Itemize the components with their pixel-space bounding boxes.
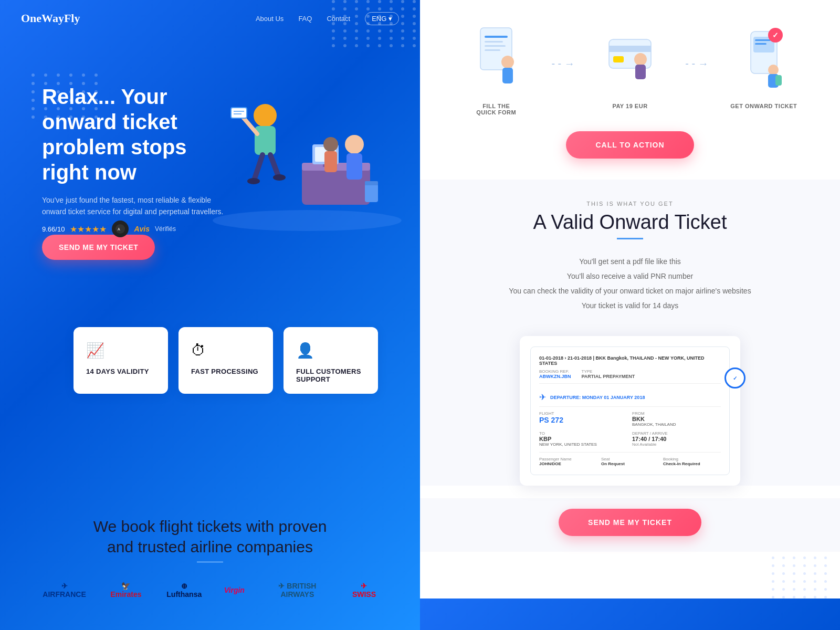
svg-rect-13 <box>255 126 276 155</box>
dot-pattern-bottom-right <box>772 556 830 598</box>
ticket-to-block: TO KBP NEW YORK, UNITED STATES <box>539 431 628 447</box>
svg-rect-10 <box>365 184 378 202</box>
feature-processing-title: FAST PROCESSING <box>191 368 260 375</box>
ticket-booking-ref: BOOKING REF. ABWKZN.JBN <box>539 369 571 379</box>
lang-selector[interactable]: ENG ▾ <box>365 12 399 25</box>
emirates-logo: 🦅 Emirates <box>108 582 144 598</box>
ticket-inner: 01-01-2018 › 21-01-2018 | BKK Bangkok, T… <box>530 346 730 475</box>
step-ticket-illustration: ✓ <box>738 24 790 92</box>
lufthansa-logo: ⊕ Lufthansa <box>165 582 203 598</box>
avis-badge: A <box>112 220 129 237</box>
wyg-divider <box>617 238 643 239</box>
plane-icon: ✈ <box>539 392 546 402</box>
ticket-passenger: Passenger Name JOHN/DOE <box>539 457 597 466</box>
ticket-from-block: FROM BKK BANGKOK, THAILAND <box>632 411 721 427</box>
swiss-logo: ✈ SWISS <box>350 582 378 598</box>
feature-validity-title: 14 DAYS VALIDITY <box>86 368 155 375</box>
step-ticket: ✓ GET ONWARD TICKET <box>709 21 819 109</box>
hero-illustration <box>184 42 420 262</box>
ticket-circle-accent: ✓ <box>724 368 746 388</box>
support-icon: 👤 <box>296 342 365 359</box>
svg-line-19 <box>270 155 278 176</box>
step-form-icon-area <box>452 21 541 94</box>
rating-score: 9.66/10 <box>42 225 65 233</box>
wyg-subtitle: THIS IS WHAT YOU GET <box>462 201 798 207</box>
british-logo: ✈ BRITISH AIRWAYS <box>266 582 329 598</box>
feature-card-validity: 📈 14 DAYS VALIDITY <box>74 327 168 394</box>
svg-text:A: A <box>118 227 120 231</box>
wyg-point-3: You can check the validity of your onwar… <box>462 284 798 298</box>
ticket-preview: ✓ 01-01-2018 › 21-01-2018 | BKK Bangkok,… <box>520 336 740 486</box>
svg-point-20 <box>247 178 260 184</box>
svg-rect-25 <box>485 36 508 38</box>
ticket-departure-line: DEPARTURE: MONDAY 01 JANUARY 2018 <box>550 395 645 400</box>
svg-point-0 <box>116 224 125 234</box>
airlines-logos: ✈ AIRFRANCE 🦅 Emirates ⊕ Lufthansa Virgi… <box>42 582 378 598</box>
avis-label: Avis <box>134 225 150 233</box>
ticket-bottom-grid: Passenger Name JOHN/DOE Seat On Request … <box>539 452 721 466</box>
svg-rect-32 <box>609 46 651 52</box>
ticket-seat: Seat On Request <box>601 457 659 466</box>
features-row: 📈 14 DAYS VALIDITY ⏱ FAST PROCESSING 👤 F… <box>74 327 378 394</box>
svg-rect-23 <box>324 151 337 172</box>
wyg-points: You'll get sent a pdf file like this You… <box>462 254 798 313</box>
svg-point-34 <box>634 53 647 66</box>
step-form-label: FILL THEQUICK FORM <box>452 103 541 116</box>
airfrance-logo: ✈ AIRFRANCE <box>42 582 87 598</box>
svg-point-42 <box>768 65 779 75</box>
svg-rect-38 <box>755 39 771 41</box>
step-pay-icon-area <box>585 21 675 94</box>
left-panel: OneWayFly About Us FAQ Contact ENG ▾ Rel… <box>0 0 420 630</box>
wyg-point-2: You'll also receive a valid PNR number <box>462 269 798 284</box>
step-arrow-2: - - → <box>685 21 708 70</box>
svg-rect-27 <box>485 45 506 47</box>
ticket-refs: BOOKING REF. ABWKZN.JBN TYPE PARTIAL PRE… <box>539 369 721 379</box>
airlines-section: We book flight tickets with provenand tr… <box>42 516 378 598</box>
ticket-times-block: DEPART / ARRIVE 17:40 / 17:40 Not Availa… <box>632 431 721 447</box>
svg-rect-11 <box>365 181 378 185</box>
step-arrow-1: - - → <box>551 21 574 70</box>
send-ticket-button-bottom[interactable]: SEND ME MY TICKET <box>559 509 701 536</box>
right-panel: FILL THEQUICK FORM - - → PAY 19 EUR - - … <box>420 0 840 630</box>
send-button-section: SEND ME MY TICKET <box>420 498 840 552</box>
star-icons: ★★★★★ <box>70 224 107 234</box>
step-ticket-label: GET ONWARD TICKET <box>719 103 808 109</box>
svg-point-12 <box>254 104 277 127</box>
svg-rect-28 <box>485 49 500 51</box>
hero-svg-illustration <box>202 68 402 236</box>
nav-faq[interactable]: FAQ <box>298 15 312 23</box>
brand-logo: OneWayFly <box>21 12 256 25</box>
svg-point-22 <box>323 137 338 152</box>
airlines-title: We book flight tickets with provenand tr… <box>42 516 378 557</box>
nav-about[interactable]: About Us <box>256 15 284 23</box>
what-you-get-section: THIS IS WHAT YOU GET A Valid Onward Tick… <box>420 180 840 313</box>
step-pay-illustration <box>604 24 656 92</box>
svg-rect-33 <box>613 56 624 62</box>
nav-contact[interactable]: Contact <box>327 15 350 23</box>
feature-card-processing: ⏱ FAST PROCESSING <box>178 327 273 394</box>
verifies-label: Vérifiés <box>155 225 176 233</box>
virgin-logo: Virgin <box>224 586 245 594</box>
step-form: FILL THEQUICK FORM <box>441 21 551 116</box>
svg-text:✓: ✓ <box>772 31 779 39</box>
right-footer <box>420 598 840 630</box>
ticket-payment-type: TYPE PARTIAL PREPAYMENT <box>582 369 635 379</box>
ticket-route: 01-01-2018 › 21-01-2018 | BKK Bangkok, T… <box>539 355 721 366</box>
nav-links: About Us FAQ Contact ENG ▾ <box>256 12 399 25</box>
svg-point-2 <box>213 210 402 231</box>
hero-cta-button[interactable]: SEND ME MY TICKET <box>42 235 155 260</box>
airlines-divider <box>197 561 223 563</box>
ticket-preview-wrapper: ✓ 01-01-2018 › 21-01-2018 | BKK Bangkok,… <box>420 313 840 486</box>
svg-rect-26 <box>485 41 503 43</box>
wyg-point-4: Your ticket is valid for 14 days <box>462 298 798 313</box>
validity-icon: 📈 <box>86 342 155 359</box>
svg-rect-39 <box>755 43 766 45</box>
wyg-point-1: You'll get sent a pdf file like this <box>462 254 798 269</box>
call-to-action-button[interactable]: CALL TO ACTION <box>566 131 694 159</box>
ticket-flight-block: FLIGHT PS 272 <box>539 411 628 427</box>
svg-point-21 <box>273 174 286 181</box>
svg-rect-30 <box>502 68 513 83</box>
svg-rect-35 <box>635 65 646 79</box>
step-pay: PAY 19 EUR <box>575 21 685 109</box>
ticket-status: Booking Check-In Required <box>663 457 721 466</box>
